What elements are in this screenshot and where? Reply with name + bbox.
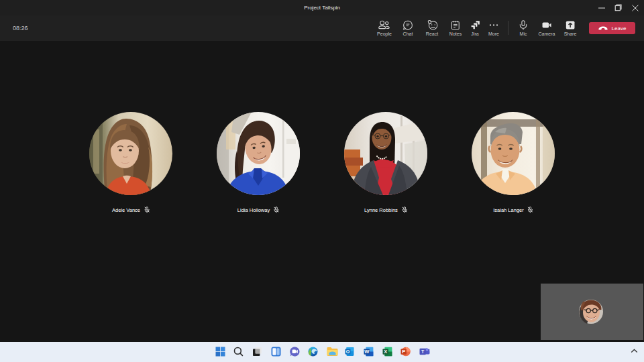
svg-text:P: P <box>402 349 406 355</box>
svg-text:W: W <box>364 349 370 355</box>
svg-text:T: T <box>421 349 425 354</box>
svg-text:O: O <box>346 349 350 354</box>
svg-text:X: X <box>384 349 387 355</box>
